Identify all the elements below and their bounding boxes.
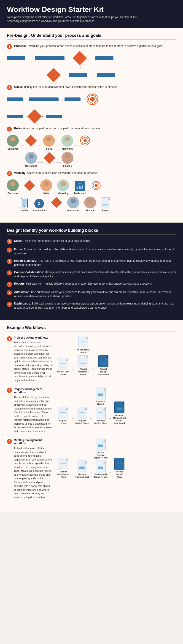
doc-milestones-icon [78, 355, 88, 367]
workflow-item-2: 2 Request management workflow: This work… [7, 388, 176, 433]
predesign-desc-3: Roles: A function or part performed in a… [14, 126, 101, 130]
doc-meeting-portal-label: Meeting Agenda Portal [112, 470, 126, 478]
svg-point-27 [42, 186, 50, 190]
doc-req-tracker-label: Request Tracker Sheet [75, 420, 89, 425]
vis-customer-label: Customer [8, 192, 18, 195]
svg-point-14 [64, 141, 71, 146]
doc-meeting-sheet-label: Meeting Agenda Sheet [75, 473, 89, 478]
doc-meeting-sheet-icon [77, 460, 87, 472]
role-operations: Operations [25, 152, 37, 167]
design-desc-7: Dashboards: Build dashboards to surface … [14, 302, 176, 310]
page-header: Workflow Design Starter Kit To help you … [0, 0, 183, 28]
design-item-7: 7 Dashboards: Build dashboards to surfac… [7, 302, 176, 310]
doc-rollup-dash-label: Project Rollup Dashboard [96, 368, 110, 376]
design-desc-5: Reports: Pull data from multiple differe… [14, 282, 152, 286]
predesign-item-1: 1 Process: Determine your process, or th… [7, 44, 176, 49]
doc-atrisk-label: At-risk Tasks Report [76, 349, 90, 354]
roles-flow: Customer Sales Marketing [7, 135, 176, 150]
automation-icon: ⚙ [34, 199, 44, 208]
goals-flow-diagram: → → → ↑ ← [7, 93, 176, 122]
vis-operations-label: Operations [67, 209, 79, 212]
d-num-1: 1 [7, 239, 12, 244]
doc-milestones-label: Project Milestones Report [76, 368, 90, 376]
connector-4 [74, 145, 79, 146]
design-title: Design: Identify your workflow building … [7, 228, 176, 235]
vis-automation-label: Automation [33, 209, 46, 212]
svg-point-23 [64, 158, 71, 163]
doc-req-form-label: Request Form [56, 420, 70, 425]
design-item-2: 2 Forms: Forms can be used to collect da… [7, 247, 176, 256]
d-num-4: 4 [7, 270, 12, 276]
doc-project-plan-icon [58, 358, 68, 370]
workflow-right-1: Project Plan Sheet → At-risk Tasks Repor… [56, 336, 176, 376]
svg-point-37 [88, 198, 93, 204]
vis-dashboard-label: Dashboard [74, 192, 86, 195]
flow-diamond-1 [74, 52, 86, 64]
predesign-desc-2: Goals: Identify the result or achievemen… [14, 85, 118, 89]
goal-box-5 [46, 114, 62, 118]
doc-future-agenda-label: Future Agenda Topics Report [94, 451, 108, 459]
vis-marketing: Marketing [57, 179, 69, 195]
svg-point-22 [65, 154, 70, 159]
vis-customer: Customer [7, 179, 19, 195]
flow-box-3 [95, 56, 114, 60]
design-desc-4: Content Collaboration: Manage and review… [14, 270, 176, 278]
dashboard-icon: DASH [75, 181, 85, 191]
svg-point-28 [60, 182, 66, 186]
svg-point-9 [10, 137, 15, 142]
design-item-4: 4 Content Collaboration: Manage and revi… [7, 270, 176, 278]
wf-num-3: 3 [7, 439, 12, 444]
d-num-2: 2 [7, 248, 12, 252]
svg-point-13 [65, 137, 70, 142]
svg-point-24 [10, 182, 15, 186]
doc-meeting-portal: Meeting Agenda Portal [112, 458, 126, 478]
d-num-5: 5 [7, 282, 12, 287]
mobile-icon [21, 198, 28, 208]
doc-req-form-icon [58, 407, 68, 419]
doc-past-agenda: Past Agenda Topics Report [94, 460, 108, 478]
doc-atrisk: At-risk Tasks Report [76, 336, 90, 354]
wf-title-3: Meeting management workflow: [14, 438, 52, 445]
role-customer-label: Customer [8, 148, 18, 150]
page-title: Workflow Design Starter Kit [7, 6, 176, 14]
doc-project-plan-label: Project Plan Sheet [56, 370, 70, 376]
process-flow-diagram: → → → ↓ → → [7, 52, 176, 81]
connector-3 [56, 145, 60, 146]
svg-point-20 [28, 154, 34, 159]
doc-req-report-icon [96, 388, 106, 400]
role-target [80, 135, 90, 147]
role-sales: Sales [43, 135, 55, 150]
flow-box-4 [69, 73, 88, 77]
workflow-left-1: 1 Project tracking workflow: This workfl… [7, 336, 52, 382]
flow-diamond-2 [48, 69, 60, 81]
vis-sales-label: Sales [43, 192, 49, 195]
connector-1 [20, 145, 24, 146]
svg-point-25 [9, 186, 16, 190]
workflow-left-2: 2 Request management workflow: This work… [7, 388, 52, 433]
doc-future-agenda-icon [96, 438, 106, 450]
visibility-flow-1: Customer Sales Marketing DASH [7, 179, 176, 195]
connector-6 [56, 162, 60, 163]
vis-operations: Operations [67, 196, 79, 212]
role-diamond-1 [25, 135, 36, 146]
doc-agenda-form-label: Agenda Submission Form [56, 470, 70, 478]
role-customer: Customer [7, 135, 19, 150]
num-3: 3 [7, 126, 12, 132]
role-marketing: Marketing [61, 135, 73, 150]
role-finance-label: Finance [63, 165, 72, 167]
workflow-item-3: 3 Meeting management workflow: To hold b… [7, 438, 176, 499]
wf-num-1: 1 [7, 336, 12, 341]
design-item-3: 3 Report Summary: This refers to the rol… [7, 259, 176, 267]
vis-finance-label: Finance [86, 209, 94, 212]
num-2: 2 [7, 85, 12, 90]
role-operations-label: Operations [25, 165, 37, 167]
doc-atrisk-icon [78, 336, 88, 348]
doc-req-tracker: Request Tracker Sheet [75, 407, 89, 425]
d-num-3: 3 [7, 259, 12, 264]
doc-past-agenda-label: Past Agenda Topics Report [94, 473, 108, 478]
workflow-left-3: 3 Meeting management workflow: To hold b… [7, 438, 52, 499]
svg-point-29 [60, 186, 67, 190]
flow-box-1 [7, 56, 25, 60]
vis-marketing-label: Marketing [58, 192, 68, 195]
flow-box-2 [35, 56, 64, 60]
